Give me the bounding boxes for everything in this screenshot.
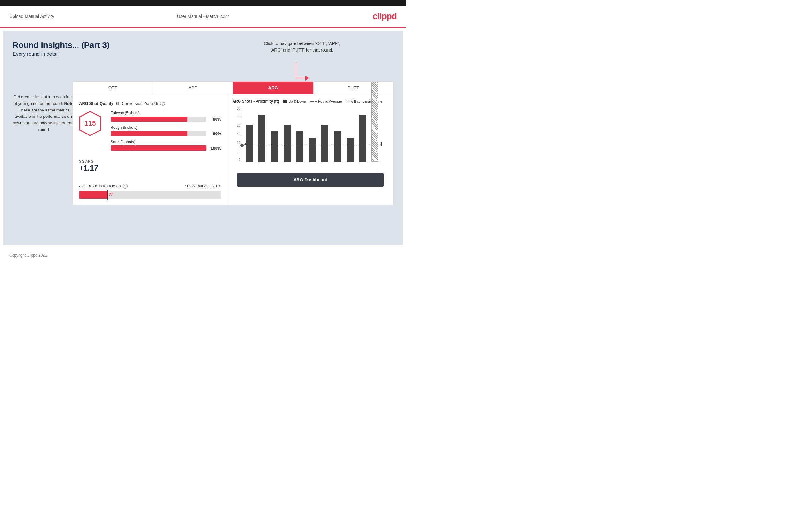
legend-updown: Up & Down [283, 100, 306, 103]
ref-value: 8 [380, 142, 382, 146]
y-label: 10 [233, 141, 240, 145]
bar-chart: 051015202530 8 ◀8 [232, 107, 389, 170]
pga-avg: ↑ PGA Tour Avg: 7'10" [184, 184, 221, 188]
tab-ott[interactable]: OTT [73, 81, 153, 94]
bar-fill [111, 146, 206, 151]
main-content: Round Insights... (Part 3) Every round i… [3, 31, 403, 245]
logo: clippd [373, 11, 397, 21]
chart-area: 051015202530 8 ◀8 [242, 107, 382, 162]
bar-fill [111, 116, 188, 122]
y-label: 30 [233, 107, 240, 110]
left-description: Get greater insight into each facet of y… [13, 94, 75, 133]
chart-bar [284, 125, 291, 162]
chart-bar-group [344, 138, 356, 162]
header: Upload Manual Activity User Manual - Mar… [0, 6, 406, 28]
chart-bar [347, 138, 354, 162]
y-axis: 051015202530 [233, 107, 240, 162]
ref-line: ◀8 [242, 144, 382, 148]
sg-label: SG ARG [79, 159, 221, 164]
chart-bar-group [256, 115, 267, 162]
legend-round-avg: Round Average [310, 100, 342, 103]
chart-bar [359, 115, 366, 162]
chart-title: ARG Shots - Proximity (ft) [232, 99, 279, 104]
footer: Copyright Clippd 2021 [0, 248, 406, 263]
chart-bar [321, 125, 328, 162]
chart-bar [371, 81, 378, 162]
dashboard-panel: OTTAPPARGPUTT ARG Shot Quality 6ft Conve… [72, 81, 394, 205]
help-icon[interactable]: ? [160, 101, 165, 106]
prox-help-icon[interactable]: ? [122, 184, 128, 189]
proximity-label: Avg Proximity to Hole (ft) ? [79, 184, 128, 189]
shot-quality: Fairway (5 shots) 80% Rough (5 shots) 80… [111, 111, 221, 154]
nav-hint: Click to navigate between 'OTT', 'APP', … [264, 40, 340, 54]
legend-dashed-icon [310, 101, 317, 102]
bar-pct: 80% [209, 117, 221, 122]
upload-label: Upload Manual Activity [9, 14, 54, 19]
arg-dashboard-btn[interactable]: ARG Dashboard [237, 173, 384, 187]
tab-arg[interactable]: ARG [233, 81, 313, 94]
y-label: 15 [233, 132, 240, 136]
ref-dot [241, 144, 244, 147]
proximity-value: 77' [109, 192, 114, 196]
shot-label: Fairway (5 shots) [111, 111, 221, 115]
bar-with-pct: 80% [111, 116, 221, 122]
left-panel: ARG Shot Quality 6ft Conversion Zone % ?… [73, 95, 227, 205]
section-header: ARG Shot Quality 6ft Conversion Zone % ? [79, 101, 221, 106]
sg-value: +1.17 [79, 164, 221, 173]
proximity-section: Avg Proximity to Hole (ft) ? ↑ PGA Tour … [79, 179, 221, 199]
chart-header: ARG Shots - Proximity (ft) Up & Down Rou… [232, 99, 389, 104]
svg-marker-2 [305, 75, 309, 80]
right-panel: ARG Shots - Proximity (ft) Up & Down Rou… [227, 95, 393, 205]
shot-row: Fairway (5 shots) 80% [111, 111, 221, 122]
chart-bar-group [306, 138, 318, 162]
proximity-header: Avg Proximity to Hole (ft) ? ↑ PGA Tour … [79, 184, 221, 189]
chart-bar [258, 115, 265, 162]
shot-row: Rough (5 shots) 80% [111, 125, 221, 136]
proximity-bar-fill [79, 191, 107, 199]
hexagon-row: 115 Fairway (5 shots) 80% Rough (5 shots… [79, 111, 221, 154]
chart-bar [309, 138, 316, 162]
bar-with-pct: 80% [111, 131, 221, 136]
chart-bar-group [357, 115, 368, 162]
chart-bar-group [281, 125, 293, 162]
ref-arrow: ◀ [244, 142, 246, 146]
shot-row: Sand (1 shots) 100% [111, 140, 221, 151]
proximity-bar-container: 77' [79, 191, 221, 199]
y-label: 5 [233, 150, 240, 153]
tabs: OTTAPPARGPUTT [73, 81, 393, 95]
panel-body: ARG Shot Quality 6ft Conversion Zone % ?… [73, 95, 393, 205]
y-label: 20 [233, 124, 240, 127]
bar-container [111, 131, 206, 136]
top-bar [0, 0, 406, 6]
y-label: 25 [233, 115, 240, 119]
bar-container [111, 116, 206, 122]
chart-bars: 8 ◀8 [242, 107, 382, 162]
chart-bar [246, 125, 253, 162]
y-label: 0 [233, 158, 240, 162]
shot-label: Sand (1 shots) [111, 140, 221, 144]
bar-container [111, 146, 206, 151]
chart-bar-group [369, 81, 381, 162]
hexagon: 115 [79, 111, 101, 136]
section-title: ARG Shot Quality [79, 101, 113, 106]
bar-pct: 100% [209, 146, 221, 151]
bar-pct: 80% [209, 131, 221, 136]
bar-with-pct: 100% [111, 146, 221, 151]
bar-fill [111, 131, 188, 136]
bars-row [242, 107, 382, 162]
legend-box-icon [283, 100, 287, 103]
chart-bar-group [319, 125, 331, 162]
sg-section: SG ARG +1.17 [79, 159, 221, 173]
proximity-cursor [107, 190, 108, 200]
copyright: Copyright Clippd 2021 [9, 253, 47, 258]
section-subtitle: 6ft Conversion Zone % [116, 101, 158, 106]
hex-number: 115 [85, 119, 96, 127]
shot-label: Rough (5 shots) [111, 125, 221, 130]
tab-putt[interactable]: PUTT [313, 81, 394, 94]
manual-label: User Manual - March 2022 [177, 14, 230, 19]
tab-app[interactable]: APP [153, 81, 234, 94]
legend-hatched-icon [346, 100, 350, 103]
